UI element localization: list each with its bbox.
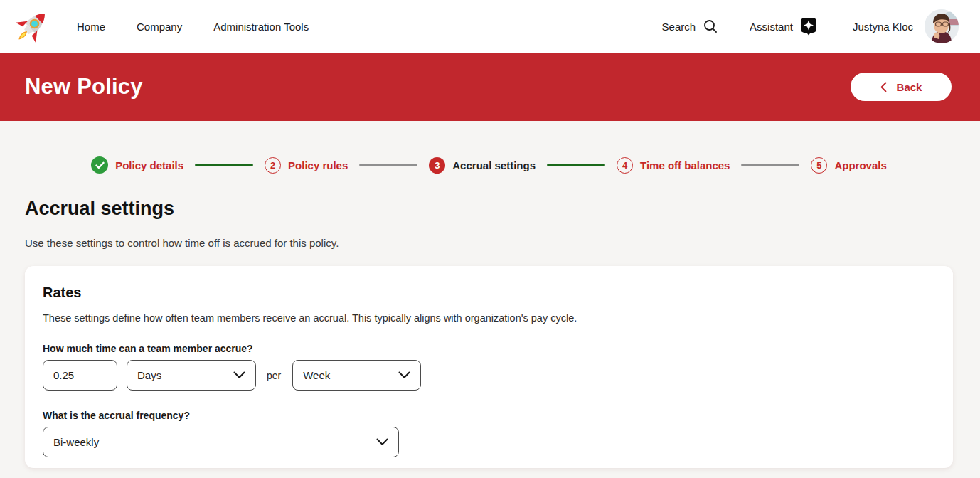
user-menu[interactable]: Justyna Kloc bbox=[853, 9, 959, 43]
accrue-amount-label: How much time can a team member accrue? bbox=[43, 343, 935, 354]
nav-item-administration-tools[interactable]: Administration Tools bbox=[213, 21, 309, 33]
chevron-down-icon bbox=[376, 438, 388, 446]
user-name: Justyna Kloc bbox=[853, 21, 913, 33]
step-label: Accrual settings bbox=[452, 159, 536, 171]
rates-card: Rates These settings define how often te… bbox=[25, 266, 953, 468]
step-connector bbox=[741, 164, 799, 166]
page-title: New Policy bbox=[25, 74, 143, 100]
step-number: 4 bbox=[617, 157, 633, 174]
step-label: Time off balances bbox=[640, 159, 730, 171]
step-label: Policy details bbox=[115, 159, 183, 171]
back-button-label: Back bbox=[897, 81, 922, 93]
section-title: Accrual settings bbox=[25, 198, 953, 220]
per-label: per bbox=[267, 370, 281, 381]
step-policy-rules[interactable]: 2 Policy rules bbox=[265, 157, 348, 174]
rates-card-description: These settings define how often team mem… bbox=[43, 312, 935, 324]
step-accrual-settings[interactable]: 3 Accrual settings bbox=[429, 157, 536, 174]
main-content: Policy details 2 Policy rules 3 Accrual … bbox=[0, 121, 980, 468]
step-policy-details[interactable]: Policy details bbox=[91, 156, 183, 174]
back-button[interactable]: Back bbox=[851, 73, 952, 101]
accrue-amount-row: Days per Week bbox=[43, 360, 935, 391]
search-icon bbox=[703, 18, 718, 34]
accrual-period-select[interactable]: Week bbox=[292, 360, 421, 391]
accrual-unit-value: Days bbox=[137, 369, 161, 381]
step-approvals[interactable]: 5 Approvals bbox=[811, 157, 886, 174]
assistant-label: Assistant bbox=[750, 21, 793, 33]
nav-right-group: Search Assistant Justyna Kloc bbox=[662, 9, 959, 43]
step-connector bbox=[359, 164, 417, 166]
step-number: 3 bbox=[429, 157, 445, 174]
page-header: New Policy Back bbox=[0, 53, 980, 121]
assistant-button[interactable]: Assistant bbox=[750, 17, 817, 36]
step-connector bbox=[195, 164, 253, 166]
step-connector bbox=[547, 164, 605, 166]
accrual-frequency-value: Bi-weekly bbox=[53, 436, 99, 448]
nav-item-company[interactable]: Company bbox=[137, 21, 182, 33]
step-number: 2 bbox=[265, 157, 281, 174]
search-button[interactable]: Search bbox=[662, 18, 719, 34]
accrual-period-value: Week bbox=[303, 369, 330, 381]
top-navigation-bar: Home Company Administration Tools Search… bbox=[0, 0, 980, 53]
rates-card-title: Rates bbox=[43, 285, 935, 301]
section-subtitle: Use these settings to control how time o… bbox=[25, 237, 953, 249]
rocket-logo[interactable] bbox=[10, 4, 54, 48]
chevron-down-icon bbox=[398, 371, 410, 379]
chevron-left-icon bbox=[880, 82, 887, 92]
chevron-down-icon bbox=[233, 371, 245, 379]
accrual-frequency-select[interactable]: Bi-weekly bbox=[43, 427, 399, 457]
step-label: Policy rules bbox=[288, 159, 348, 171]
accrual-amount-input[interactable] bbox=[43, 360, 117, 391]
step-complete-check-icon bbox=[91, 156, 108, 174]
accrual-unit-select[interactable]: Days bbox=[127, 360, 256, 391]
primary-nav: Home Company Administration Tools bbox=[77, 21, 340, 33]
assistant-sparkle-icon bbox=[800, 17, 817, 36]
policy-stepper: Policy details 2 Policy rules 3 Accrual … bbox=[25, 121, 953, 174]
step-number: 5 bbox=[811, 157, 827, 174]
step-time-off-balances[interactable]: 4 Time off balances bbox=[617, 157, 730, 174]
user-avatar bbox=[925, 9, 959, 43]
nav-item-home[interactable]: Home bbox=[77, 21, 105, 33]
accrual-frequency-label: What is the accrual frequency? bbox=[43, 410, 935, 421]
step-label: Approvals bbox=[834, 159, 886, 171]
search-label: Search bbox=[662, 21, 696, 33]
